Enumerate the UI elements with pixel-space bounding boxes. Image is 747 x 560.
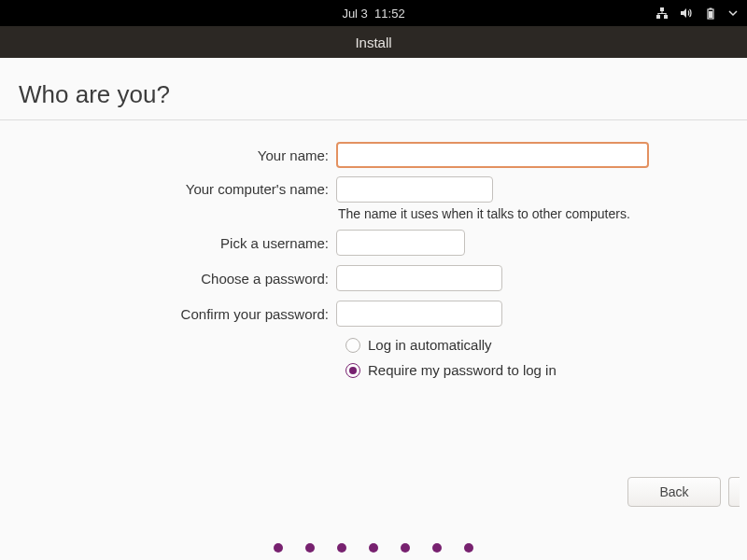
date-text: Jul 3 [342,7,367,21]
progress-dots [0,543,747,560]
computer-name-hint: The name it uses when it talks to other … [338,206,630,221]
header-divider [0,119,747,120]
confirm-password-label: Confirm your password: [0,306,336,322]
back-button[interactable]: Back [627,477,721,507]
progress-dot [274,543,283,553]
login-auto-option[interactable]: Log in automatically [345,337,747,353]
user-form: Your name: Your computer's name: The nam… [0,141,747,378]
time-text: 11:52 [374,7,405,21]
progress-dot [337,543,346,553]
progress-dot [464,543,473,553]
svg-rect-1 [656,15,660,19]
login-require-option[interactable]: Require my password to log in [345,362,747,378]
password-input[interactable] [336,265,502,291]
svg-rect-5 [658,13,659,15]
page-heading: Who are you? [19,80,728,109]
chevron-down-icon [728,8,738,18]
radio-selected-icon [345,363,360,378]
window-titlebar: Install [0,26,747,58]
svg-rect-8 [710,8,712,10]
battery-icon [704,7,717,20]
progress-dot [305,543,315,553]
radio-unselected-icon [345,338,360,353]
svg-rect-6 [666,13,667,15]
your-name-label: Your name: [0,147,336,163]
continue-button[interactable] [728,477,740,507]
progress-dot [369,543,378,553]
login-auto-label: Log in automatically [368,337,492,353]
gnome-top-bar: Jul 3 11:52 [0,0,747,26]
login-require-label: Require my password to log in [368,362,557,378]
progress-dot [432,543,442,553]
svg-rect-2 [664,15,668,19]
computer-name-label: Your computer's name: [0,176,336,197]
confirm-password-input[interactable] [336,301,502,327]
svg-rect-9 [709,11,712,18]
username-input[interactable] [336,230,465,256]
volume-icon [680,7,693,20]
username-label: Pick a username: [0,235,336,251]
network-icon [655,7,669,20]
back-button-label: Back [659,484,688,499]
password-label: Choose a password: [0,271,336,287]
svg-rect-0 [660,7,664,11]
computer-name-input[interactable] [336,176,493,203]
svg-rect-4 [658,13,667,14]
footer-buttons: Back [627,477,740,507]
progress-dot [401,543,410,553]
clock[interactable]: Jul 3 11:52 [342,7,404,21]
topbar-status-area[interactable] [655,7,738,20]
window-title: Install [355,35,391,50]
your-name-input[interactable] [336,142,649,168]
